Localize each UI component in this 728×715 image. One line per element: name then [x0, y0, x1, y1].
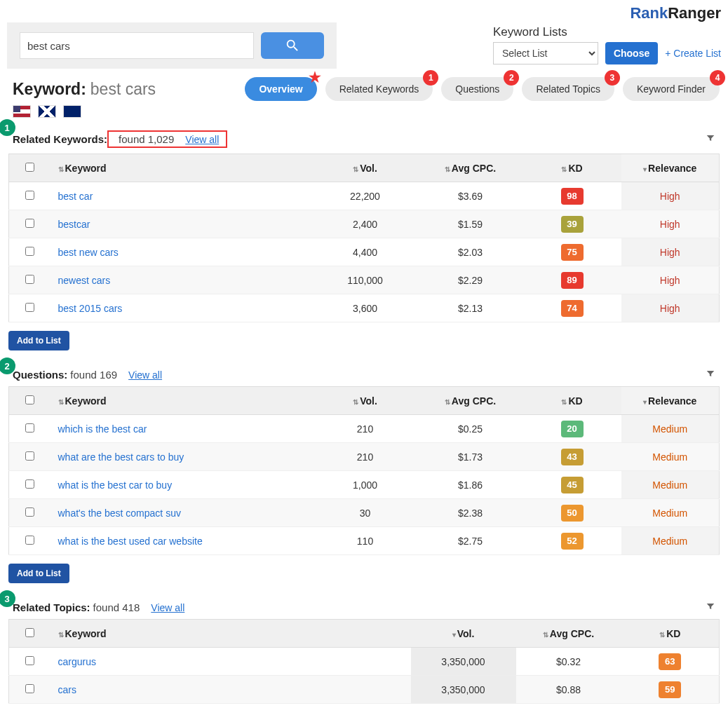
keyword-link[interactable]: what are the best cars to buy [58, 451, 184, 463]
tab-questions[interactable]: Questions2 [441, 77, 513, 101]
view-all-link[interactable]: View all [185, 134, 219, 145]
flag-au[interactable] [63, 105, 81, 118]
row-checkbox[interactable] [25, 275, 34, 284]
cpc-cell: $2.03 [418, 238, 523, 266]
table-row: which is the best car 210 $0.25 20Medium [9, 415, 720, 443]
select-all-checkbox[interactable] [25, 628, 34, 637]
keyword-link[interactable]: best new cars [58, 247, 119, 258]
row-checkbox[interactable] [25, 536, 34, 545]
found-count: found 1,029 [119, 133, 174, 145]
tab-related-keywords[interactable]: Related Keywords1 [325, 77, 433, 101]
relevance-cell: High [621, 210, 720, 238]
filter-icon[interactable] [706, 601, 715, 613]
row-checkbox[interactable] [25, 423, 34, 433]
kd-chip: 50 [561, 505, 584, 522]
vol-cell: 22,200 [313, 182, 418, 210]
table-row: cargurus 3,350,000 $0.32 63 [9, 648, 720, 676]
row-checkbox[interactable] [25, 451, 34, 461]
search-button[interactable] [261, 32, 324, 59]
filter-icon[interactable] [706, 369, 715, 381]
star-icon: ★ [309, 69, 321, 86]
kd-chip: 43 [561, 449, 584, 465]
keyword-lists-panel: Keyword Lists Select List Choose + Creat… [493, 22, 721, 64]
row-checkbox[interactable] [25, 508, 34, 517]
table-row: cars 3,350,000 $0.88 59 [9, 676, 720, 704]
cpc-cell: $1.86 [418, 471, 523, 499]
filter-icon[interactable] [706, 133, 715, 145]
found-count: found 418 [93, 601, 140, 613]
keyword-link[interactable]: newest cars [58, 275, 111, 286]
cpc-cell: $2.13 [418, 294, 523, 322]
select-all-checkbox[interactable] [25, 163, 34, 172]
kd-chip: 74 [561, 300, 584, 317]
vol-cell: 2,400 [313, 210, 418, 238]
cpc-cell: $1.59 [418, 210, 523, 238]
tab-badge: 2 [504, 70, 519, 86]
section-1: 2Questions: found 169View all ⇅Keyword ⇅… [0, 363, 728, 555]
flag-uk[interactable] [38, 105, 56, 118]
tab-badge: 1 [423, 70, 438, 86]
brand-logo: RankRanger [0, 0, 728, 22]
keyword-lists-title: Keyword Lists [493, 25, 721, 39]
view-all-link[interactable]: View all [151, 602, 184, 613]
cpc-cell: $2.75 [418, 527, 523, 555]
kd-chip: 89 [561, 272, 584, 289]
kd-chip: 63 [659, 653, 681, 670]
create-list-link[interactable]: + Create List [665, 48, 721, 59]
cpc-cell: $0.88 [516, 676, 621, 704]
select-all-checkbox[interactable] [25, 395, 34, 404]
tab-keyword-finder[interactable]: Keyword Finder4 [623, 77, 720, 101]
section-title: Related Topics: [13, 601, 90, 613]
row-checkbox[interactable] [25, 191, 34, 200]
kd-chip: 20 [561, 421, 584, 437]
table-row: what is the best car to buy 1,000 $1.86 … [9, 471, 720, 499]
section-2: 3Related Topics: found 418View all ⇅Keyw… [0, 596, 728, 704]
keyword-link[interactable]: cars [58, 684, 76, 695]
relevance-cell: High [621, 182, 720, 210]
view-all-link[interactable]: View all [128, 369, 162, 381]
select-list-dropdown[interactable]: Select List [493, 42, 598, 64]
row-checkbox[interactable] [25, 684, 34, 693]
section-title: Related Keywords: [13, 133, 107, 145]
row-checkbox[interactable] [25, 479, 34, 489]
row-checkbox[interactable] [25, 656, 34, 665]
flag-us[interactable] [13, 105, 31, 118]
keyword-link[interactable]: what is the best car to buy [58, 479, 173, 491]
vol-cell: 1,000 [313, 471, 418, 499]
relevance-cell: Medium [621, 443, 720, 471]
kd-chip: 75 [561, 244, 584, 261]
kd-chip: 52 [561, 533, 584, 550]
add-to-list-button[interactable]: Add to List [8, 564, 69, 583]
kd-chip: 59 [659, 681, 681, 698]
keyword-link[interactable]: best car [58, 191, 93, 202]
keyword-link[interactable]: which is the best car [58, 423, 147, 435]
tab-overview[interactable]: Overview★ [245, 77, 316, 101]
keyword-link[interactable]: cargurus [58, 656, 96, 667]
keyword-link[interactable]: bestcar [58, 219, 90, 230]
row-checkbox[interactable] [25, 219, 34, 228]
vol-cell: 3,350,000 [411, 648, 516, 676]
cpc-cell: $3.69 [418, 182, 523, 210]
table-row: bestcar 2,400 $1.59 39High [9, 210, 720, 238]
keyword-link[interactable]: what's the best compact suv [58, 508, 181, 519]
table-row: what's the best compact suv 30 $2.38 50M… [9, 499, 720, 527]
section-0: 1Related Keywords:found 1,029View all ⇅K… [0, 125, 728, 322]
keyword-link[interactable]: what is the best used car website [58, 536, 203, 547]
vol-cell: 4,400 [313, 238, 418, 266]
keyword-search-input[interactable] [20, 32, 254, 59]
table-row: newest cars 110,000 $2.29 89High [9, 266, 720, 294]
choose-list-button[interactable]: Choose [605, 42, 658, 64]
row-checkbox[interactable] [25, 303, 34, 312]
add-to-list-button[interactable]: Add to List [8, 331, 69, 350]
vol-cell: 110 [313, 527, 418, 555]
table-row: what are the best cars to buy 210 $1.73 … [9, 443, 720, 471]
relevance-cell: Medium [621, 415, 720, 443]
kd-chip: 98 [561, 188, 584, 205]
cpc-cell: $2.38 [418, 499, 523, 527]
row-checkbox[interactable] [25, 247, 34, 256]
relevance-cell: High [621, 266, 720, 294]
keyword-link[interactable]: best 2015 cars [58, 303, 123, 314]
cpc-cell: $0.32 [516, 648, 621, 676]
search-icon [285, 38, 300, 53]
tab-related-topics[interactable]: Related Topics3 [522, 77, 614, 101]
